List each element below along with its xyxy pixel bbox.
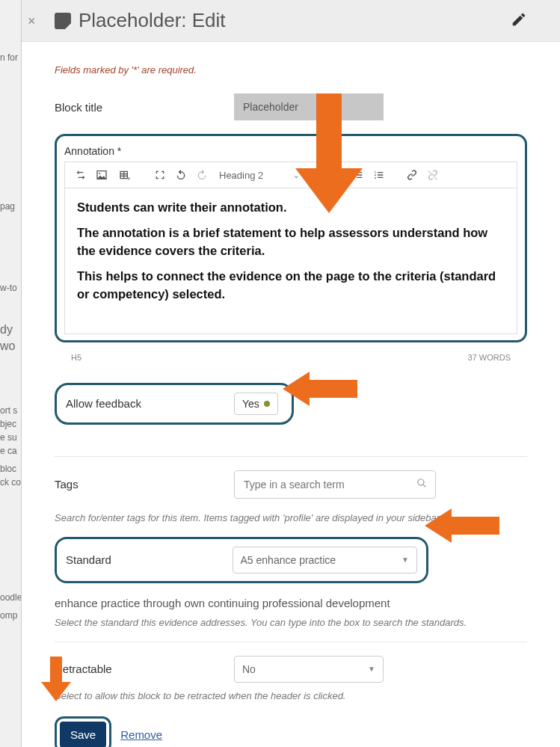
close-icon[interactable]: × xyxy=(28,13,36,29)
editor-toolbar: Heading 2⌄ B I xyxy=(65,162,517,188)
standard-panel: Standard A5 enhance practice▼ xyxy=(55,537,428,583)
paragraph-icon[interactable] xyxy=(73,167,89,183)
block-title-label: Block title xyxy=(55,101,234,114)
tags-input[interactable] xyxy=(234,470,436,499)
modal-header: Placeholder: Edit xyxy=(22,0,560,42)
standard-label: Standard xyxy=(66,553,233,566)
expand-icon[interactable] xyxy=(152,167,168,183)
save-highlight-panel: Save xyxy=(55,716,111,747)
tags-label: Tags xyxy=(55,478,234,491)
annotation-editor: Heading 2⌄ B I Students can write their … xyxy=(64,162,517,334)
numbered-list-icon[interactable] xyxy=(371,167,387,183)
heading-select[interactable]: Heading 2⌄ xyxy=(215,170,304,181)
svg-marker-6 xyxy=(41,682,71,701)
note-icon xyxy=(55,13,71,29)
svg-rect-5 xyxy=(50,657,62,685)
annotation-arrow-left-icon xyxy=(283,372,357,406)
chevron-down-icon: ▼ xyxy=(401,556,409,564)
standard-description: enhance practice through own continuing … xyxy=(55,597,527,609)
search-icon xyxy=(416,478,427,491)
annotation-arrow-down-icon xyxy=(295,93,363,213)
annotation-arrow-down-icon xyxy=(41,657,71,701)
annotation-panel: Annotation * Heading 2⌄ B I xyxy=(55,134,527,342)
edit-pencil-icon[interactable] xyxy=(511,11,527,31)
svg-marker-4 xyxy=(425,508,499,543)
annotation-paragraph: The annotation is a brief statement to h… xyxy=(77,224,505,260)
annotation-label: Annotation * xyxy=(57,142,525,162)
svg-marker-2 xyxy=(295,168,363,213)
link-icon[interactable] xyxy=(404,167,420,183)
annotation-paragraph: This helps to connect the evidence on th… xyxy=(77,268,505,304)
block-title-row: Block title xyxy=(55,93,527,120)
remove-link[interactable]: Remove xyxy=(120,728,162,741)
standard-help: Select the standard this evidence addres… xyxy=(55,617,527,628)
image-icon[interactable] xyxy=(93,167,110,183)
retractable-row: Retractable No▼ xyxy=(55,656,527,683)
allow-feedback-toggle[interactable]: Yes xyxy=(234,393,278,415)
retractable-help: Select to allow this block to be retract… xyxy=(55,690,527,701)
retractable-select[interactable]: No▼ xyxy=(234,656,384,683)
unlink-icon[interactable] xyxy=(425,167,441,183)
background-page-fragments: n for pag w-to dy wo ort s bjec e su e c… xyxy=(0,0,22,747)
table-icon[interactable] xyxy=(114,167,135,183)
chevron-down-icon: ▼ xyxy=(368,665,375,673)
tags-row: Tags xyxy=(55,470,527,499)
allow-feedback-label: Allow feedback xyxy=(66,397,234,410)
standard-select[interactable]: A5 enhance practice▼ xyxy=(233,547,417,574)
editor-status-bar: H5 37 WORDS xyxy=(62,350,520,365)
modal-title: Placeholder: Edit xyxy=(79,9,511,32)
svg-marker-3 xyxy=(283,372,357,406)
allow-feedback-panel: Allow feedback Yes xyxy=(55,383,294,425)
annotation-arrow-left-icon xyxy=(425,508,499,543)
toggle-dot-icon xyxy=(264,401,270,407)
required-fields-note: Fields marked by '*' are required. xyxy=(55,64,527,76)
redo-icon[interactable] xyxy=(194,167,210,183)
save-button[interactable]: Save xyxy=(60,722,106,747)
editor-element-path: H5 xyxy=(71,353,81,362)
retractable-label: Retractable xyxy=(55,663,234,675)
editor-word-count: 37 WORDS xyxy=(468,353,511,362)
svg-point-0 xyxy=(99,173,100,174)
footer-actions: Save Remove xyxy=(55,716,527,747)
annotation-paragraph: Students can write their annotation. xyxy=(77,199,505,217)
annotation-content[interactable]: Students can write their annotation. The… xyxy=(65,188,517,333)
undo-icon[interactable] xyxy=(173,167,189,183)
svg-rect-1 xyxy=(316,93,342,176)
